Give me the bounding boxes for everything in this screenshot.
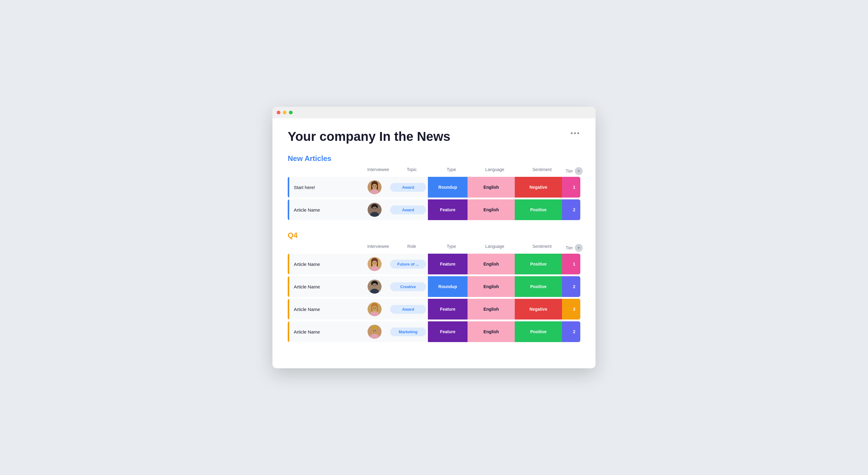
tier-header: Tier+ [566, 244, 590, 252]
page-title: Your company In the News [288, 129, 580, 144]
col-header-2: Topic [392, 167, 432, 175]
tier-cell: 2 [562, 199, 580, 220]
svg-point-18 [372, 261, 377, 266]
svg-point-6 [375, 186, 376, 186]
row-accent [288, 254, 289, 274]
avatar [361, 180, 388, 194]
section-new-articles: New ArticlesIntervieweeTopicTypeLanguage… [288, 154, 580, 220]
table-row: Article Name CreativeRoundupEnglishPosit… [288, 276, 580, 297]
sentiment-cell: Negative [515, 299, 562, 320]
svg-point-34 [375, 308, 376, 308]
add-column-button-q4[interactable]: + [575, 244, 583, 252]
row-accent [288, 177, 289, 198]
section-q4: Q4IntervieweeRoleTypeLanguageSentimentTi… [288, 231, 580, 342]
sections-container: New ArticlesIntervieweeTopicTypeLanguage… [288, 154, 580, 342]
section-title-new-articles: New Articles [288, 154, 580, 163]
titlebar [273, 107, 595, 118]
sentiment-cell: Positive [515, 254, 562, 274]
table-row: Article Name AwardFeatureEnglishNegative… [288, 299, 580, 320]
article-name: Article Name [288, 329, 361, 334]
sentiment-cell: Positive [515, 199, 562, 220]
main-content: Your company In the News ••• New Article… [273, 118, 595, 368]
avatar [361, 203, 388, 217]
minimize-dot[interactable] [283, 111, 286, 114]
article-name: Article Name [288, 307, 361, 312]
language-cell: English [467, 177, 515, 198]
svg-point-24 [372, 283, 377, 288]
row-accent [288, 199, 289, 220]
topic-badge: Creative [388, 282, 428, 291]
type-cell: Roundup [428, 177, 467, 198]
col-header-3: Type [432, 244, 471, 252]
article-name: Article Name [288, 262, 361, 267]
row-accent [288, 276, 289, 297]
table-row: Article Name Future of ...FeatureEnglish… [288, 254, 580, 274]
topic-badge: Marketing [388, 327, 428, 336]
svg-point-25 [373, 285, 374, 286]
col-header-4: Language [471, 244, 519, 252]
language-cell: English [467, 276, 515, 297]
topic-badge: Award [388, 206, 428, 214]
avatar [361, 325, 388, 339]
table-row: Article Name MarketingFeatureEnglishPosi… [288, 321, 580, 342]
type-cell: Feature [428, 321, 467, 342]
language-cell: English [467, 321, 515, 342]
svg-point-42 [375, 330, 376, 331]
svg-point-11 [373, 208, 374, 209]
svg-point-5 [373, 186, 374, 186]
topic-badge: Award [388, 305, 428, 314]
tier-cell: 2 [562, 276, 580, 297]
sentiment-cell: Positive [515, 276, 562, 297]
svg-point-19 [373, 263, 374, 263]
more-options-button[interactable]: ••• [570, 129, 580, 137]
type-cell: Roundup [428, 276, 467, 297]
col-header-2: Role [392, 244, 432, 252]
col-header-5: Sentiment [519, 167, 566, 175]
article-name: Article Name [288, 207, 361, 212]
col-header-0 [291, 244, 365, 252]
avatar [361, 302, 388, 316]
svg-point-26 [375, 285, 376, 286]
tier-header: Tier+ [566, 167, 590, 175]
table-row: Article Name AwardFeatureEnglishPositive… [288, 199, 580, 220]
language-cell: English [467, 254, 515, 274]
type-cell: Feature [428, 199, 467, 220]
maximize-dot[interactable] [289, 111, 292, 114]
svg-point-33 [373, 308, 374, 308]
col-header-4: Language [471, 167, 519, 175]
svg-point-12 [375, 208, 376, 209]
add-column-button-new-articles[interactable]: + [575, 167, 583, 175]
col-header-1: Interviewee [365, 167, 392, 175]
svg-point-32 [372, 306, 377, 311]
row-accent [288, 299, 289, 320]
svg-point-20 [375, 263, 376, 263]
row-accent [288, 321, 289, 342]
avatar [361, 257, 388, 271]
section-title-q4: Q4 [288, 231, 580, 240]
tier-cell: 1 [562, 177, 580, 198]
app-window: Your company In the News ••• New Article… [273, 107, 595, 368]
language-cell: English [467, 199, 515, 220]
col-header-1: Interviewee [365, 244, 392, 252]
sentiment-cell: Positive [515, 321, 562, 342]
svg-point-10 [372, 206, 377, 211]
tier-cell: 3 [562, 299, 580, 320]
type-cell: Feature [428, 254, 467, 274]
table-row: Start here! AwardRoundupEnglishNegative1 [288, 177, 580, 198]
article-name: Article Name [288, 284, 361, 289]
language-cell: English [467, 299, 515, 320]
col-header-3: Type [432, 167, 471, 175]
topic-badge: Award [388, 183, 428, 192]
article-name: Start here! [288, 185, 361, 190]
close-dot[interactable] [277, 111, 280, 114]
svg-point-4 [372, 184, 377, 189]
tier-cell: 1 [562, 254, 580, 274]
table-header-new-articles: IntervieweeTopicTypeLanguageSentimentTie… [288, 167, 580, 177]
type-cell: Feature [428, 299, 467, 320]
table-header-q4: IntervieweeRoleTypeLanguageSentimentTier… [288, 244, 580, 254]
svg-point-41 [373, 330, 374, 331]
sentiment-cell: Negative [515, 177, 562, 198]
topic-badge: Future of ... [388, 260, 428, 269]
svg-point-40 [372, 328, 377, 333]
col-header-5: Sentiment [519, 244, 566, 252]
